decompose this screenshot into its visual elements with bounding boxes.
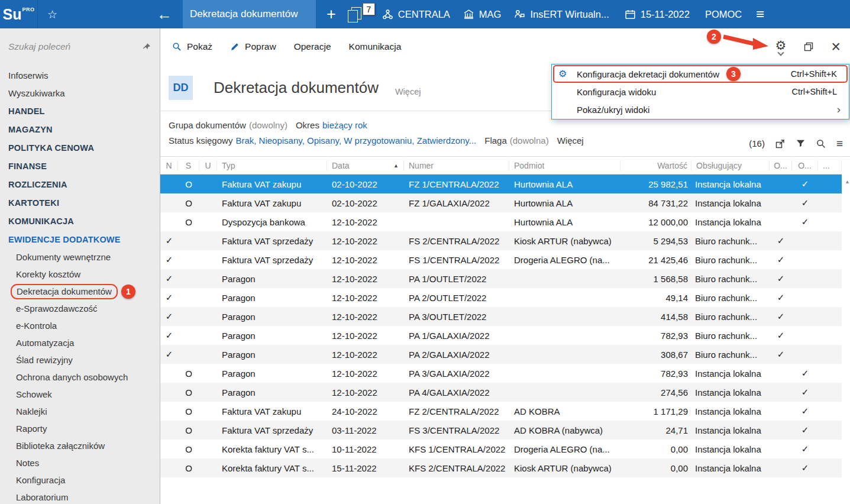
column-header-o[interactable]: O... [770,160,792,171]
column-header-item[interactable]: ... [818,160,842,171]
sidebar-item-polityka-cenowa[interactable]: POLITYKA CENOWA [0,138,160,157]
restore-window-icon[interactable] [804,42,813,51]
topbar-date[interactable]: 15-11-2022 [625,9,690,20]
sidebar-item-dokumenty-wewn-trzne[interactable]: Dokumenty wewnętrzne [0,248,160,266]
table-row[interactable]: ✓Paragon12-10-2022PA 2/OUTLET/202249,14B… [160,288,842,307]
sidebar-item-dekretacja-dokument-w[interactable]: Dekretacja dokumentów1 [0,283,160,300]
filter-more-link[interactable]: Więcej [557,135,584,146]
cell-data: 12-10-2022 [327,255,404,265]
sidebar-item-handel[interactable]: HANDEL [0,102,160,120]
filter-period-value[interactable]: bieżący rok [322,120,367,130]
check-icon: ✓ [777,235,785,245]
sidebar-item-e-sprawozdawczo[interactable]: e-Sprawozdawczość [0,300,160,317]
filter-status-value[interactable]: Brak, Nieopisany, Opisany, W przygotowan… [235,135,476,146]
filter-status-label[interactable]: Status księgowy [169,135,232,146]
toolbar-komunikacja[interactable]: Komunikacja [349,41,402,52]
sidebar-item-notes[interactable]: Notes [0,454,160,471]
cell-wartosc: 21 425,46 [620,255,691,265]
menu-item-konfiguracja-dekretacji-dokument-w[interactable]: ⚙Konfiguracja dekretacji dokumentów3Ctrl… [552,65,849,83]
table-row[interactable]: ✓Faktura VAT sprzedaży12-10-2022FS 2/CEN… [160,231,842,250]
list-menu-icon[interactable]: ≡ [836,138,843,149]
column-label: Data [332,160,350,171]
documents-copies-icon[interactable]: 7 [347,7,367,21]
app-logo[interactable]: SuPRO [0,0,38,28]
sidebar-item-ewidencje-dodatkowe[interactable]: EWIDENCJE DODATKOWE [0,230,160,248]
toolbar-operacje[interactable]: Operacje [294,41,331,52]
column-header-data[interactable]: Data▲ [327,160,404,171]
column-header-o[interactable]: O... [792,160,818,171]
table-row[interactable]: ✓Paragon12-10-2022PA 2/GALAXIA/2022308,6… [160,345,842,364]
topbar-mag[interactable]: MAG [463,9,502,20]
command-search-input[interactable]: Szukaj poleceń [0,28,160,65]
column-header-numer[interactable]: Numer [404,160,509,171]
topbar-centrala[interactable]: CENTRALA [382,9,450,20]
sidebar-item-kartoteki[interactable]: KARTOTEKI [0,193,160,212]
menu-item-poka-ukryj-widoki[interactable]: Pokaż/ukryj widoki› [552,101,849,118]
filter-period-label[interactable]: Okres [296,120,319,130]
table-row[interactable]: OParagon12-10-2022PA 4/GALAXIA/2022274,5… [160,383,842,402]
sidebar-item-ochrona-danych-osobowych[interactable]: Ochrona danych osobowych [0,369,160,386]
new-tab-button[interactable]: + [327,7,336,22]
sidebar-item-wyszukiwarka[interactable]: Wyszukiwarka [0,84,160,102]
column-header-n[interactable]: N [160,160,178,171]
filter-group-value[interactable]: (dowolny) [249,120,287,130]
sidebar-item-komunikacja[interactable]: KOMUNIKACJA [0,212,160,230]
table-row[interactable]: ✓Paragon12-10-2022PA 1/GALAXIA/2022782,9… [160,326,842,345]
sidebar-item-automatyzacja[interactable]: Automatyzacja [0,334,160,351]
sidebar-item-lad-rewizyjny[interactable]: Ślad rewizyjny [0,351,160,369]
search-icon [172,42,182,51]
sidebar-item-label: Korekty kosztów [16,269,80,279]
table-row[interactable]: OKorekta faktury VAT s...10-11-2022KFS 1… [160,440,842,458]
settings-gear-button[interactable]: ⚙ [775,39,786,55]
title-more-link[interactable]: Więcej [395,87,421,96]
toolbar-poka[interactable]: Pokaż [172,41,212,52]
column-header-warto[interactable]: Wartość [620,160,691,171]
toolbar-popraw[interactable]: Popraw [230,41,276,52]
hamburger-menu-icon[interactable]: ≡ [756,7,764,21]
back-arrow-icon[interactable]: ← [157,7,172,22]
column-header-podmiot[interactable]: Podmiot [509,160,620,171]
pencil-icon [230,42,240,51]
column-header-s[interactable]: S [178,160,199,171]
column-header-typ[interactable]: Typ [217,160,327,171]
sidebar-item-naklejki[interactable]: Naklejki [0,403,160,420]
column-header-u[interactable]: U [199,160,217,171]
pin-icon[interactable] [141,42,151,52]
table-row[interactable]: ✓Paragon12-10-2022PA 3/OUTLET/2022414,58… [160,307,842,326]
sidebar-item-infoserwis[interactable]: Infoserwis [0,66,160,84]
table-row[interactable]: ✓Faktura VAT sprzedaży12-10-2022FS 1/CEN… [160,250,842,269]
topbar-user[interactable]: InsERT Wirtualn... [514,9,609,20]
table-row[interactable]: ODyspozycja bankowa12-10-2022Hurtownia A… [160,212,842,231]
sidebar-item-korekty-koszt-w[interactable]: Korekty kosztów [0,266,160,283]
sidebar-item-e-kontrola[interactable]: e-Kontrola [0,317,160,334]
filter-funnel-icon[interactable] [796,138,806,148]
filter-group-label[interactable]: Grupa dokumentów [169,120,246,130]
table-row[interactable]: OFaktura VAT zakupu02-10-2022FZ 1/GALAXI… [160,193,842,212]
column-header-obs-uguj-cy[interactable]: Obsługujący [691,160,770,171]
filter-flag-value[interactable]: (dowolna) [510,135,549,146]
table-row[interactable]: OFaktura VAT sprzedaży03-11-2022FS 3/CEN… [160,421,842,440]
sidebar-item-finanse[interactable]: FINANSE [0,157,160,175]
active-tab[interactable]: Dekretacja dokumentów [183,0,316,28]
export-icon[interactable] [775,138,786,149]
sidebar-item-schowek[interactable]: Schowek [0,386,160,403]
filter-flag-label[interactable]: Flaga [484,135,507,146]
sidebar-item-laboratorium[interactable]: Laboratorium [0,489,160,504]
topbar-help[interactable]: POMOC [705,9,742,20]
table-row[interactable]: OParagon12-10-2022PA 3/GALAXIA/2022782,9… [160,364,842,383]
search-list-icon[interactable] [816,138,826,149]
table-row[interactable]: OFaktura VAT zakupu02-10-2022FZ 1/CENTRA… [160,175,842,193]
favorites-star-icon[interactable]: ☆ [47,9,57,20]
sidebar-item-biblioteka-za-cznik-w[interactable]: Biblioteka załączników [0,437,160,454]
sidebar-item-konfiguracja[interactable]: Konfiguracja [0,471,160,489]
sidebar-item-magazyn[interactable]: MAGAZYN [0,120,160,138]
scrollbar-up-icon[interactable]: ▴ [846,178,849,185]
sidebar-item-raporty[interactable]: Raporty [0,420,160,437]
cell-o1: ✓ [770,273,792,284]
sidebar-item-rozliczenia[interactable]: ROZLICZENIA [0,175,160,193]
table-row[interactable]: OKorekta faktury VAT s...15-11-2022KFS 2… [160,458,842,477]
table-row[interactable]: ✓Paragon12-10-2022PA 1/OUTLET/20221 568,… [160,269,842,288]
table-row[interactable]: OFaktura VAT zakupu24-10-2022FZ 2/CENTRA… [160,402,842,421]
close-icon[interactable]: × [831,39,841,55]
menu-item-konfiguracja-widoku[interactable]: Konfiguracja widokuCtrl+Shift+L [552,83,849,101]
